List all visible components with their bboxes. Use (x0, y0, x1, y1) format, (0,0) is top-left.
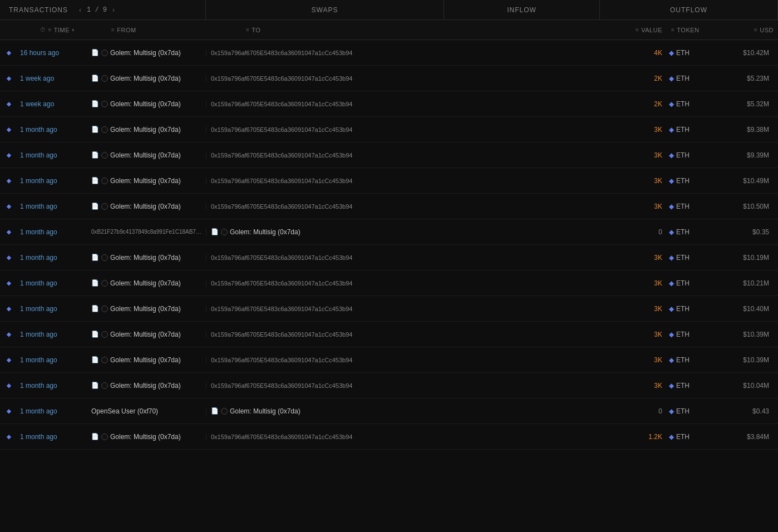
table-row[interactable]: ◆1 month ago 📄 Golem: Multisig (0x7da) 0… (0, 245, 778, 270)
eth-icon: ◆ (0, 201, 18, 211)
to-cell[interactable]: 0x159a796af6705E5483c6a36091047a1cCc453b… (206, 331, 617, 338)
from-cell[interactable]: 📄 Golem: Multisig (0x7da) (89, 433, 206, 441)
token-symbol: ETH (676, 228, 690, 236)
eth-diamond-icon: ◆ (669, 100, 674, 108)
time-col-header[interactable]: ⏱ ≡ TIME ▾ (18, 27, 107, 33)
from-col-header[interactable]: ≡ FROM (107, 27, 224, 33)
to-cell[interactable]: 0x159a796af6705E5483c6a36091047a1cCc453b… (206, 382, 617, 389)
usd-cell: $10.04M (717, 382, 778, 390)
to-col-header[interactable]: ≡ TO (224, 27, 617, 33)
table-row[interactable]: ◆1 month ago 📄 Golem: Multisig (0x7da) 0… (0, 142, 778, 168)
value-cell: 3K (617, 382, 667, 390)
to-cell[interactable]: 0x159a796af6705E5483c6a36091047a1cCc453b… (206, 152, 617, 159)
table-row[interactable]: ◆1 week ago 📄 Golem: Multisig (0x7da) 0x… (0, 91, 778, 117)
from-cell[interactable]: 📄 Golem: Multisig (0x7da) (89, 382, 206, 390)
table-row[interactable]: ◆1 month ago 📄 Golem: Multisig (0x7da) 0… (0, 270, 778, 296)
token-cell: ◆ ETH (667, 331, 717, 338)
to-entity-name: Golem: Multisig (0x7da) (230, 228, 301, 236)
entity-circle (101, 75, 108, 82)
to-cell[interactable]: 0x159a796af6705E5483c6a36091047a1cCc453b… (206, 203, 617, 210)
from-cell[interactable]: 0xB21F27b9c4137849c8a991Fe1C18AB72A2F81E… (89, 229, 206, 235)
to-cell[interactable]: 0x159a796af6705E5483c6a36091047a1cCc453b… (206, 101, 617, 107)
from-cell[interactable]: 📄 Golem: Multisig (0x7da) (89, 100, 206, 108)
table-row[interactable]: ◆1 month agoOpenSea User (0xf70) 📄 Golem… (0, 398, 778, 424)
token-col-header[interactable]: ≡ TOKEN (667, 27, 717, 33)
table-row[interactable]: ◆16 hours ago 📄 Golem: Multisig (0x7da) … (0, 40, 778, 66)
entity-circle (101, 254, 108, 261)
to-address: 0x159a796af6705E5483c6a36091047a1cCc453b… (211, 126, 352, 133)
time-cell: 1 month ago (18, 203, 89, 210)
to-cell[interactable]: 0x159a796af6705E5483c6a36091047a1cCc453b… (206, 254, 617, 261)
from-cell[interactable]: 📄 Golem: Multisig (0x7da) (89, 279, 206, 287)
from-entity-name: Golem: Multisig (0x7da) (110, 203, 181, 210)
token-cell: ◆ ETH (667, 151, 717, 159)
table-row[interactable]: ◆1 week ago 📄 Golem: Multisig (0x7da) 0x… (0, 66, 778, 91)
swaps-to-cell: 0x159a796af6705E5483c6a36091047a1cCc453b… (206, 203, 617, 210)
doc-icon: 📄 (91, 203, 99, 210)
to-address: 0x159a796af6705E5483c6a36091047a1cCc453b… (211, 178, 352, 184)
to-address: 0x159a796af6705E5483c6a36091047a1cCc453b… (211, 280, 352, 287)
to-address: 0x159a796af6705E5483c6a36091047a1cCc453b… (211, 101, 352, 107)
eth-diamond-icon: ◆ (669, 75, 674, 82)
table-row[interactable]: ◆1 month ago 📄 Golem: Multisig (0x7da) 0… (0, 194, 778, 219)
token-symbol: ETH (676, 279, 690, 287)
to-cell[interactable]: 0x159a796af6705E5483c6a36091047a1cCc453b… (206, 178, 617, 184)
page-indicator: 1 / 9 (87, 6, 107, 14)
value-col-header[interactable]: ≡ VALUE (617, 27, 667, 33)
next-page-button[interactable]: › (110, 5, 117, 15)
from-cell[interactable]: 📄 Golem: Multisig (0x7da) (89, 305, 206, 313)
to-cell[interactable]: 0x159a796af6705E5483c6a36091047a1cCc453b… (206, 280, 617, 287)
doc-icon: 📄 (91, 279, 99, 287)
table-row[interactable]: ◆1 month ago 📄 Golem: Multisig (0x7da) 0… (0, 117, 778, 142)
token-symbol: ETH (676, 331, 690, 338)
to-address: 0x159a796af6705E5483c6a36091047a1cCc453b… (211, 203, 352, 210)
eth-diamond-icon: ◆ (669, 407, 674, 415)
from-cell[interactable]: 📄 Golem: Multisig (0x7da) (89, 151, 206, 159)
table-row[interactable]: ◆1 month ago 📄 Golem: Multisig (0x7da) 0… (0, 168, 778, 194)
from-cell[interactable]: 📄 Golem: Multisig (0x7da) (89, 254, 206, 262)
from-cell[interactable]: 📄 Golem: Multisig (0x7da) (89, 356, 206, 364)
to-cell[interactable]: 0x159a796af6705E5483c6a36091047a1cCc453b… (206, 434, 617, 440)
table-row[interactable]: ◆1 month ago 📄 Golem: Multisig (0x7da) 0… (0, 424, 778, 450)
token-symbol: ETH (676, 49, 690, 57)
from-cell[interactable]: 📄 Golem: Multisig (0x7da) (89, 75, 206, 82)
doc-icon: 📄 (91, 49, 99, 56)
table-row[interactable]: ◆1 month ago 📄 Golem: Multisig (0x7da) 0… (0, 296, 778, 322)
from-cell[interactable]: 📄 Golem: Multisig (0x7da) (89, 331, 206, 338)
value-cell: 3K (617, 331, 667, 338)
time-cell: 1 month ago (18, 151, 89, 159)
from-cell[interactable]: 📄 Golem: Multisig (0x7da) (89, 177, 206, 185)
to-cell[interactable]: 0x159a796af6705E5483c6a36091047a1cCc453b… (206, 306, 617, 312)
from-cell[interactable]: 📄 Golem: Multisig (0x7da) (89, 126, 206, 134)
eth-diamond-icon: ◆ (669, 356, 674, 364)
to-cell[interactable]: 0x159a796af6705E5483c6a36091047a1cCc453b… (206, 357, 617, 363)
to-cell[interactable]: 📄 Golem: Multisig (0x7da) (206, 228, 617, 236)
from-entity-name: Golem: Multisig (0x7da) (110, 279, 181, 287)
token-symbol: ETH (676, 382, 690, 390)
value-cell: 2K (617, 100, 667, 108)
swaps-to-cell: 0x159a796af6705E5483c6a36091047a1cCc453b… (206, 101, 617, 107)
doc-icon: 📄 (91, 331, 99, 338)
table-row[interactable]: ◆1 month ago 📄 Golem: Multisig (0x7da) 0… (0, 373, 778, 398)
to-cell[interactable]: 0x159a796af6705E5483c6a36091047a1cCc453b… (206, 126, 617, 133)
table-row[interactable]: ◆1 month ago 📄 Golem: Multisig (0x7da) 0… (0, 322, 778, 347)
to-cell[interactable]: 0x159a796af6705E5483c6a36091047a1cCc453b… (206, 50, 617, 56)
token-symbol: ETH (676, 177, 690, 185)
entity-circle (101, 50, 108, 56)
from-cell[interactable]: 📄 Golem: Multisig (0x7da) (89, 49, 206, 57)
usd-col-header[interactable]: ≡ USD (717, 27, 778, 33)
to-cell[interactable]: 📄 Golem: Multisig (0x7da) (206, 407, 617, 415)
eth-icon: ◆ (0, 432, 18, 441)
prev-page-button[interactable]: ‹ (77, 5, 83, 15)
to-cell[interactable]: 0x159a796af6705E5483c6a36091047a1cCc453b… (206, 75, 617, 82)
to-address: 0x159a796af6705E5483c6a36091047a1cCc453b… (211, 357, 352, 363)
to-entity-name: Golem: Multisig (0x7da) (230, 407, 301, 415)
table-row[interactable]: ◆1 month ago 📄 Golem: Multisig (0x7da) 0… (0, 347, 778, 373)
from-entity-name: Golem: Multisig (0x7da) (110, 49, 181, 57)
from-cell[interactable]: OpenSea User (0xf70) (89, 407, 206, 415)
doc-icon: 📄 (91, 126, 99, 133)
pagination[interactable]: ‹ 1 / 9 › (77, 5, 117, 15)
table-row[interactable]: ◆1 month ago0xB21F27b9c4137849c8a991Fe1C… (0, 219, 778, 245)
eth-diamond-icon: ◆ (669, 203, 674, 210)
from-cell[interactable]: 📄 Golem: Multisig (0x7da) (89, 203, 206, 210)
